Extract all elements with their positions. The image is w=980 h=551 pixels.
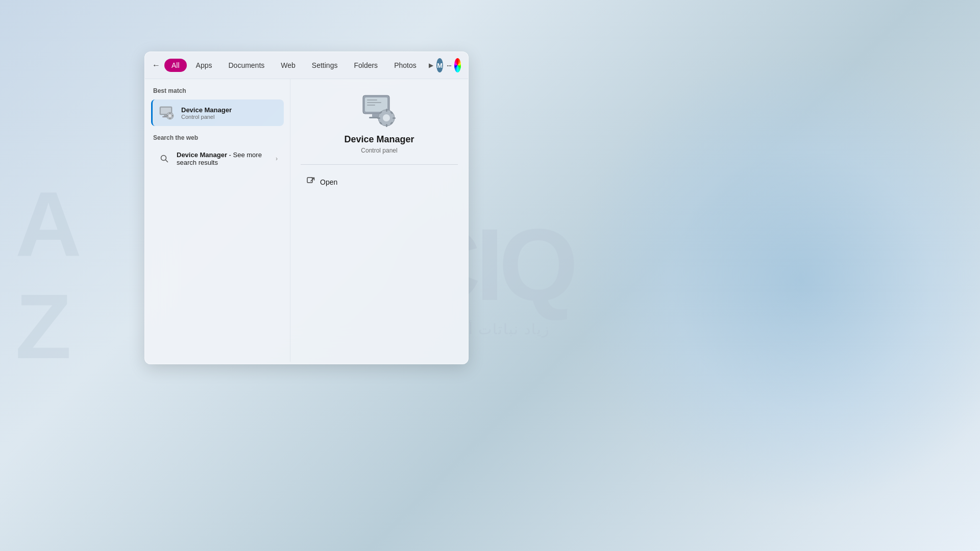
left-panel: Best match	[145, 79, 290, 362]
tab-apps[interactable]: Apps	[189, 59, 219, 72]
svg-point-20	[383, 114, 390, 121]
search-web-text: Device Manager - See more search results	[177, 151, 271, 166]
tab-settings[interactable]: Settings	[305, 59, 345, 72]
chevron-right-icon: ›	[276, 155, 278, 162]
svg-rect-24	[393, 117, 396, 119]
svg-line-11	[166, 160, 168, 162]
svg-rect-8	[167, 115, 168, 116]
svg-point-5	[168, 114, 172, 117]
svg-rect-9	[172, 115, 174, 116]
svg-rect-23	[377, 117, 380, 119]
open-label: Open	[320, 178, 337, 186]
search-panel: ← All Apps Documents Web Settings Folder…	[144, 52, 469, 364]
tab-all[interactable]: All	[164, 59, 187, 72]
tab-documents[interactable]: Documents	[221, 59, 272, 72]
search-web-icon	[157, 152, 172, 166]
app-type: Control panel	[361, 147, 397, 154]
svg-rect-6	[169, 113, 170, 114]
svg-rect-15	[367, 102, 381, 103]
svg-rect-7	[169, 118, 170, 119]
back-button[interactable]: ←	[152, 57, 160, 73]
best-match-title: Device Manager	[181, 106, 232, 114]
divider	[301, 164, 458, 165]
open-action[interactable]: Open	[301, 173, 458, 191]
svg-rect-14	[367, 99, 377, 101]
svg-rect-22	[386, 124, 387, 127]
search-web-query: Device Manager - See more search results	[177, 151, 271, 166]
tab-photos[interactable]: Photos	[387, 59, 424, 72]
device-manager-icon	[159, 105, 175, 121]
play-button[interactable]: ▶	[428, 58, 434, 72]
right-panel: Device Manager Control panel Open	[290, 79, 468, 362]
best-match-subtitle: Control panel	[181, 114, 232, 120]
copilot-icon[interactable]	[454, 58, 461, 72]
best-match-label: Best match	[151, 87, 284, 94]
app-name: Device Manager	[344, 134, 414, 145]
search-web-label: Search the web	[151, 134, 284, 141]
tab-web[interactable]: Web	[274, 59, 303, 72]
best-match-item[interactable]: Device Manager Control panel	[151, 99, 284, 126]
svg-rect-16	[367, 105, 375, 106]
app-large-icon	[361, 91, 398, 128]
svg-rect-21	[386, 109, 387, 112]
content-area: Best match	[145, 79, 468, 362]
best-match-text: Device Manager Control panel	[181, 106, 232, 120]
search-web-item[interactable]: Device Manager - See more search results…	[151, 146, 284, 171]
open-icon	[307, 177, 315, 187]
tab-folders[interactable]: Folders	[347, 59, 385, 72]
watermark-left: A Z	[15, 179, 82, 372]
more-button[interactable]: ···	[445, 58, 452, 72]
filter-bar: ← All Apps Documents Web Settings Folder…	[145, 52, 468, 79]
user-avatar[interactable]: M	[436, 58, 443, 72]
